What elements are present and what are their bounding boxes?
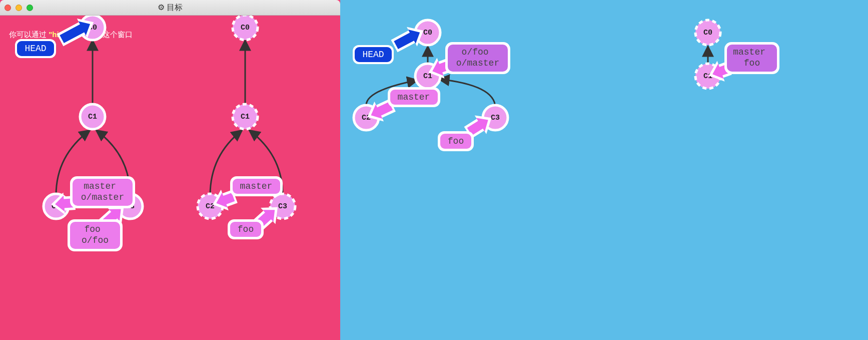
- current-local-tree: C0 C1 C2 C3 HEAD: [353, 20, 510, 151]
- close-icon[interactable]: [5, 5, 11, 11]
- goal-panel: ⚙ 目标 你可以通过 "hid 令关闭这个窗口 C0 C1 C2 C3: [0, 0, 340, 340]
- svg-text:HEAD: HEAD: [25, 44, 46, 54]
- svg-text:C0: C0: [423, 29, 432, 37]
- goal-local-tree: C0 C1 C2 C3 HEAD: [15, 13, 143, 251]
- svg-text:foo: foo: [448, 136, 464, 146]
- window-title: 目标: [167, 3, 183, 12]
- zoom-icon[interactable]: [27, 5, 33, 11]
- current-remote-tree: C0 C1 master foo: [695, 20, 779, 89]
- svg-text:master: master: [240, 181, 273, 191]
- svg-text:C3: C3: [491, 114, 500, 122]
- goal-remote-tree: C0 C1 C2 C3 master: [198, 15, 295, 239]
- svg-text:master: master: [398, 92, 430, 102]
- svg-text:C3: C3: [278, 202, 287, 211]
- svg-text:HEAD: HEAD: [362, 50, 384, 60]
- gear-icon: ⚙: [158, 3, 165, 12]
- minimize-icon[interactable]: [16, 5, 22, 11]
- svg-text:C0: C0: [703, 29, 712, 37]
- svg-text:C1: C1: [241, 113, 250, 121]
- svg-text:C0: C0: [241, 24, 250, 32]
- current-panel: C0 C1 C2 C3 HEAD: [340, 0, 868, 340]
- window-titlebar[interactable]: ⚙ 目标: [0, 0, 340, 16]
- svg-text:C1: C1: [88, 113, 97, 121]
- svg-text:foo: foo: [238, 224, 254, 234]
